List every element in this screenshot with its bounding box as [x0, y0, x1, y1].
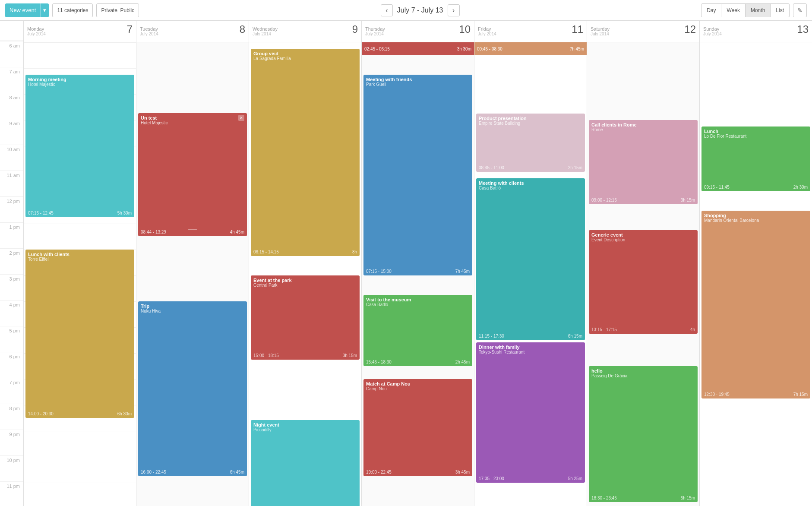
event-fri-2[interactable]: Meeting with clients Casa Batlló 11:15 -…	[476, 178, 585, 340]
event-tue-1[interactable]: Un test Hotel Majestic ✕ 08:44 - 13:29 4…	[138, 113, 247, 236]
new-event-label: New event	[5, 7, 40, 13]
time-slot-8am: 8 am	[0, 93, 23, 119]
time-slot-11am: 11 am	[0, 171, 23, 196]
time-slot-9pm: 9 pm	[0, 430, 23, 455]
time-slot-9am: 9 am	[0, 119, 23, 145]
time-slot-8pm: 8 pm	[0, 404, 23, 430]
time-slot-1pm: 1 pm	[0, 222, 23, 248]
time-column: 6 am 7 am 8 am 9 am 10 am 11 am 12 pm 1 …	[0, 21, 24, 506]
new-event-caret[interactable]: ▾	[40, 3, 49, 17]
days-body: Morning meeting Hotel Majestic 07:15 - 1…	[24, 42, 812, 506]
view-month-button[interactable]: Month	[746, 3, 771, 17]
event-thu-2[interactable]: Visit to the museum Casa Batlló 15:45 - …	[363, 295, 472, 366]
time-slot-11pm: 11 pm	[0, 481, 23, 506]
event-close-button[interactable]: ✕	[238, 115, 244, 121]
day-col-sat: Call clients in Rome Rome 09:00 - 12:15 …	[587, 42, 700, 506]
day-col-fri: 00:45 - 08:30 7h 45m Product presentatio…	[474, 42, 587, 506]
time-slot-7am: 7 am	[0, 67, 23, 93]
event-tue-2[interactable]: Trip Nuku Hiva 16:00 - 22:45 6h 45m	[138, 301, 247, 476]
event-fri-0[interactable]: 00:45 - 08:30 7h 45m	[474, 42, 587, 55]
event-wed-3[interactable]: Night event Piccadilly	[251, 420, 360, 506]
topbar: New event ▾ 11 categories Private, Publi…	[0, 0, 812, 21]
event-thu-3[interactable]: Match at Camp Nou Camp Nou 19:00 - 22:45…	[363, 379, 472, 476]
day-col-wed: Group visit La Sagrada Familia 06:15 - 1…	[249, 42, 362, 506]
nav-prev-button[interactable]: ‹	[381, 4, 393, 16]
event-wed-1[interactable]: Group visit La Sagrada Familia 06:15 - 1…	[251, 49, 360, 256]
event-fri-3[interactable]: Dinner with family Tokyo-Sushi Restauran…	[476, 342, 585, 483]
day-header-sun: Sunday July 2014 13	[700, 21, 812, 42]
event-sat-2[interactable]: Generic event Event Description 13:15 - …	[589, 230, 698, 334]
view-week-button[interactable]: Week	[721, 3, 745, 17]
day-header-mon: Monday July 2014 7	[24, 21, 136, 42]
time-slot-3pm: 3 pm	[0, 274, 23, 300]
event-mon-2[interactable]: Lunch with clients Torre Eiffel 14:00 - …	[25, 250, 134, 418]
event-wed-2[interactable]: Event at the park Central Park 15:00 - 1…	[251, 275, 360, 360]
time-slot-6am: 6 am	[0, 41, 23, 67]
days-header: Monday July 2014 7 Tuesday July 2014 8 W…	[24, 21, 812, 42]
view-buttons: Day Week Month List	[701, 3, 790, 17]
nav-center: ‹ July 7 - July 13 ›	[142, 4, 698, 16]
day-col-mon: Morning meeting Hotel Majestic 07:15 - 1…	[24, 42, 136, 506]
day-header-thu: Thursday July 2014 10	[362, 21, 474, 42]
time-slot-6pm: 6 pm	[0, 352, 23, 378]
time-slot-5pm: 5 pm	[0, 326, 23, 352]
time-slot-12pm: 12 pm	[0, 196, 23, 222]
view-list-button[interactable]: List	[771, 3, 790, 17]
event-sun-2[interactable]: Shopping Mandarin Oriental Barcelona 12:…	[701, 211, 810, 398]
day-col-tue: Un test Hotel Majestic ✕ 08:44 - 13:29 4…	[136, 42, 249, 506]
visibility-dropdown[interactable]: Private, Public	[96, 3, 139, 17]
time-slot-7pm: 7 pm	[0, 378, 23, 404]
time-slot-2pm: 2 pm	[0, 248, 23, 274]
event-thu-1[interactable]: Meeting with friends Park Güell 07:15 - …	[363, 75, 472, 275]
edit-button[interactable]: ✎	[793, 3, 807, 17]
day-col-thu: 02:45 - 06:15 3h 30m Meeting with friend…	[362, 42, 474, 506]
day-header-sat: Saturday July 2014 12	[587, 21, 700, 42]
day-header-tue: Tuesday July 2014 8	[136, 21, 249, 42]
event-sun-1[interactable]: Lunch Lo De Flor Restaurant 09:15 - 11:4…	[701, 126, 810, 191]
categories-dropdown[interactable]: 11 categories	[52, 3, 93, 17]
view-day-button[interactable]: Day	[701, 3, 721, 17]
time-slot-10pm: 10 pm	[0, 455, 23, 481]
day-col-sun: Lunch Lo De Flor Restaurant 09:15 - 11:4…	[700, 42, 812, 506]
days-container: Monday July 2014 7 Tuesday July 2014 8 W…	[24, 21, 812, 506]
day-header-fri: Friday July 2014 11	[474, 21, 587, 42]
nav-date-range: July 7 - July 13	[397, 6, 443, 14]
time-slot-10am: 10 am	[0, 145, 23, 171]
new-event-button[interactable]: New event ▾	[5, 3, 49, 17]
event-mon-1[interactable]: Morning meeting Hotel Majestic 07:15 - 1…	[25, 75, 134, 217]
day-header-wed: Wednesday July 2014 9	[249, 21, 362, 42]
event-thu-0[interactable]: 02:45 - 06:15 3h 30m	[362, 42, 474, 55]
time-slot-4pm: 4 pm	[0, 300, 23, 326]
calendar-container: 6 am 7 am 8 am 9 am 10 am 11 am 12 pm 1 …	[0, 21, 812, 506]
event-fri-1[interactable]: Product presentation Empire State Buildi…	[476, 114, 585, 172]
event-sat-3[interactable]: hello Passeig De Gràcia 18:30 - 23:45 5h…	[589, 366, 698, 502]
event-sat-1[interactable]: Call clients in Rome Rome 09:00 - 12:15 …	[589, 120, 698, 204]
nav-next-button[interactable]: ›	[448, 4, 460, 16]
